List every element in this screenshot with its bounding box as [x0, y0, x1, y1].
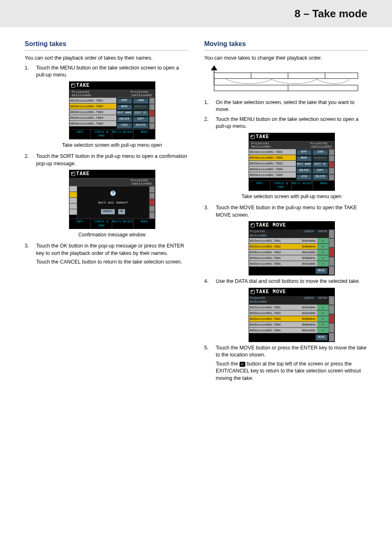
- sort-step-2: Touch the SORT button in the pull-up men…: [25, 153, 188, 238]
- copy-button[interactable]: COPY: [133, 117, 149, 123]
- take-row[interactable]: 004Session001-T004: [249, 166, 296, 172]
- take-row[interactable]: 005Session001-T005: [249, 172, 296, 178]
- delete-button[interactable]: DELETE: [312, 174, 328, 180]
- footer-menu[interactable]: MENU: [134, 219, 154, 229]
- back-icon: [251, 135, 255, 139]
- rebuild-button[interactable]: REBUILD: [312, 156, 328, 162]
- move-step-2: Touch the MENU button on the take select…: [204, 116, 367, 200]
- svg-marker-0: [211, 65, 217, 70]
- take-move-row[interactable]: 005Session001-T0050h01m00s➔: [249, 328, 329, 333]
- lock-button[interactable]: LOCK: [296, 174, 312, 180]
- edit-tc-button[interactable]: EDIT TC: [133, 111, 149, 116]
- move-step-4: Use the DATA dial and scroll buttons to …: [204, 278, 367, 342]
- question-icon: ?: [110, 190, 116, 196]
- move-step-3: Touch the MOVE button in the pull-up men…: [204, 204, 367, 275]
- ok-button[interactable]: OK: [118, 209, 125, 215]
- caption-take-menu-2: Take selection screen with pull-up menu …: [216, 193, 367, 200]
- unlock-button[interactable]: UNLOCK: [296, 168, 312, 174]
- take-move-row[interactable]: 002Session001-T0020h00m04s➔: [249, 244, 329, 250]
- moving-takes-section: Moving takes You can move takes to chang…: [204, 39, 367, 384]
- screenshot-take-menu: TAKE Project01Session001Project01/Sessio…: [69, 81, 155, 139]
- footer-info[interactable]: INFO: [69, 130, 91, 139]
- screenshot-takemove-1: TAKE MOVE Project01Session001LENGTHENTER…: [249, 221, 335, 275]
- sort-button[interactable]: SORT: [117, 98, 133, 104]
- sort-button[interactable]: SORT: [296, 150, 312, 155]
- load-button[interactable]: LOAD: [133, 98, 149, 104]
- take-row[interactable]: 004Session001-T004: [69, 115, 116, 121]
- take-move-row[interactable]: 004Session001-T0040h00m04s➔: [249, 255, 329, 261]
- breadcrumb: Project01Session001: [72, 90, 92, 97]
- lock-button[interactable]: LOCK: [117, 123, 133, 129]
- svg-rect-6: [214, 85, 358, 91]
- page-header: 8 – Take mode: [0, 0, 392, 27]
- move-button[interactable]: MOVE: [117, 104, 133, 110]
- take-row[interactable]: 003Session001-T003: [69, 109, 116, 115]
- take-move-row[interactable]: 001Session001-T0010h01m00s➔: [249, 305, 329, 310]
- take-row[interactable]: 001Session001-T001: [249, 149, 296, 155]
- chapter-title: 8 – Take mode: [295, 6, 367, 21]
- footer-circle-take[interactable]: CIRCLE @ TAKE: [91, 219, 112, 229]
- take-move-row[interactable]: 003Session001-T0030h01m00s➔: [249, 250, 329, 255]
- copy-button[interactable]: COPY: [312, 168, 328, 174]
- take-row[interactable]: 003Session001-T003: [249, 161, 296, 166]
- edit-name-button[interactable]: EDIT NAME: [296, 162, 312, 168]
- sort-step-1: Touch the MENU button on the take select…: [25, 65, 188, 149]
- cancel-button[interactable]: CANCEL: [101, 209, 115, 215]
- move-slot-diagram: [210, 65, 362, 93]
- back-icon: [251, 223, 255, 227]
- take-row[interactable]: 005Session001-T005: [69, 121, 116, 127]
- sort-intro: You can sort the playback order of takes…: [25, 55, 188, 62]
- footer-info[interactable]: INFO: [249, 181, 270, 191]
- screenshot-take-menu-2: TAKE Project01Session001Project01/Sessio…: [249, 133, 335, 191]
- screenshot-confirm: TAKE Project01/Session001 ? Sort all tak…: [69, 170, 155, 229]
- section-title-sort: Sorting takes: [25, 39, 188, 51]
- take-move-row[interactable]: 004Session001-T0040h00m04s➔: [249, 322, 329, 328]
- move-button[interactable]: MOVE: [296, 156, 312, 162]
- move-step-5: Touch the MOVE button or press the ENTER…: [204, 345, 367, 382]
- footer-multi-select[interactable]: MULTI SELECT: [292, 181, 313, 191]
- edit-name-button[interactable]: EDIT NAME: [117, 111, 133, 116]
- move-intro: You can move takes to change their playb…: [204, 55, 367, 62]
- back-icon: [71, 83, 75, 88]
- footer-multi-select[interactable]: MULTI SELECT: [112, 219, 134, 229]
- take-row[interactable]: 001Session001-T001: [69, 98, 116, 104]
- caption-take-menu: Take selection screen with pull-up menu …: [36, 142, 188, 149]
- footer-info[interactable]: INFO: [69, 219, 91, 229]
- footer-menu[interactable]: MENU: [134, 130, 154, 139]
- take-move-row[interactable]: 005Session001-T0050h01m00s➔: [249, 261, 329, 267]
- rebuild-button[interactable]: REBUILD: [133, 104, 149, 110]
- take-move-row[interactable]: 001Session001-T0010h01m00s➔: [249, 238, 329, 244]
- take-row[interactable]: 002Session001-T002: [249, 155, 296, 161]
- screenshot-takemove-2: TAKE MOVE Project01Session001LENGTHENTER…: [249, 288, 335, 342]
- footer-multi-select[interactable]: MULTI SELECT: [112, 130, 134, 139]
- sorting-takes-section: Sorting takes You can sort the playback …: [25, 39, 188, 384]
- delete-button[interactable]: DELETE: [133, 123, 149, 129]
- section-title-move: Moving takes: [204, 39, 367, 51]
- caption-confirm: Confirmation message window: [36, 231, 188, 238]
- edit-tc-button[interactable]: EDIT TC: [312, 162, 328, 168]
- footer-circle-take[interactable]: CIRCLE @ TAKE: [270, 181, 292, 191]
- take-row[interactable]: 002Session001-T002: [69, 104, 116, 109]
- footer-circle-take[interactable]: CIRCLE @ TAKE: [91, 130, 112, 139]
- move-step-1: On the take selection screen, select the…: [204, 99, 367, 113]
- back-icon-inline: ↩: [240, 362, 245, 367]
- back-icon: [251, 290, 255, 294]
- back-icon: [71, 172, 75, 176]
- footer-menu[interactable]: MENU: [313, 181, 334, 191]
- confirm-message: Sort all takes?: [79, 200, 148, 205]
- take-move-row[interactable]: 003Session001-T0030h01m00s➔: [249, 310, 329, 316]
- take-move-row[interactable]: 002Session001-T0020h00m04s➔: [249, 316, 329, 322]
- load-button[interactable]: LOAD: [312, 150, 328, 155]
- unlock-button[interactable]: UNLOCK: [117, 117, 133, 123]
- move-button[interactable]: MOVE: [315, 268, 328, 274]
- move-button[interactable]: MOVE: [315, 334, 328, 341]
- sort-step-3: Touch the OK button in the pop-up messag…: [25, 243, 188, 266]
- svg-rect-2: [214, 73, 358, 79]
